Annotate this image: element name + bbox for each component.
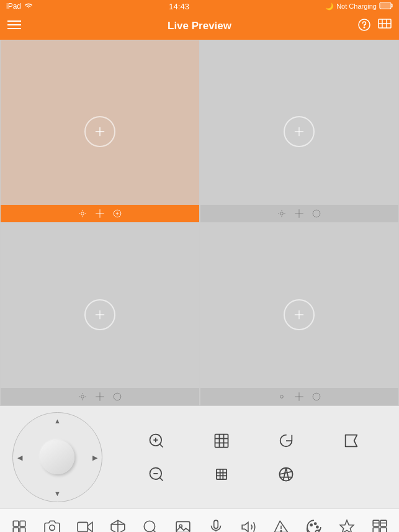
flag-ctrl-button[interactable]	[338, 427, 365, 454]
controls-area: ▲ ▼ ◀ ▶	[0, 406, 399, 508]
svg-point-40	[313, 393, 320, 400]
icon-buttons	[115, 421, 387, 494]
svg-rect-89	[373, 528, 379, 532]
joystick-knob[interactable]	[40, 440, 74, 474]
toolbar-video[interactable]	[69, 513, 101, 533]
svg-point-36	[114, 393, 121, 400]
camera-cell-3[interactable]	[0, 223, 200, 406]
toolbar-star[interactable]	[331, 513, 363, 533]
cell-toolbar-1	[1, 205, 199, 222]
battery-icon	[379, 2, 393, 11]
flag-button[interactable]	[378, 19, 392, 34]
status-left: iPad	[6, 2, 33, 11]
toolbar-image[interactable]	[167, 513, 199, 533]
moon-icon: 🌙	[325, 2, 334, 11]
status-right: 🌙 Not Charging	[325, 2, 393, 11]
svg-point-68	[50, 525, 55, 530]
svg-rect-77	[214, 520, 218, 528]
toolbar-grid-view[interactable]	[3, 513, 35, 533]
joystick-up-arrow: ▲	[54, 417, 61, 425]
menu-button[interactable]	[7, 20, 21, 32]
battery-status: Not Charging	[336, 2, 377, 10]
add-camera-1[interactable]	[84, 116, 115, 147]
zoom-in-button[interactable]	[143, 427, 170, 454]
add-camera-3[interactable]	[84, 299, 115, 330]
svg-rect-75	[176, 521, 190, 532]
svg-point-84	[315, 522, 316, 524]
fit-screen-button[interactable]	[208, 427, 235, 454]
nav-title: Live Preview	[168, 12, 231, 40]
svg-point-31	[81, 395, 84, 399]
camera-cell-4[interactable]	[200, 223, 400, 406]
toolbar-camera[interactable]	[36, 513, 68, 533]
svg-rect-64	[14, 521, 19, 526]
svg-marker-80	[242, 522, 248, 531]
cell-toolbar-3	[1, 388, 199, 405]
add-camera-2[interactable]	[284, 116, 315, 147]
svg-rect-45	[215, 434, 228, 447]
nav-left	[7, 20, 21, 32]
svg-line-61	[280, 471, 293, 474]
empty-button	[338, 461, 365, 488]
zoom-out-button[interactable]	[143, 461, 170, 488]
joystick-left-arrow: ◀	[17, 453, 22, 461]
bottom-panel: ▲ ▼ ◀ ▶	[0, 406, 399, 532]
joystick-down-arrow: ▼	[54, 490, 61, 497]
toolbar-grid2[interactable]	[364, 513, 396, 533]
toolbar-3d[interactable]	[102, 513, 134, 533]
camera-cell-2[interactable]	[200, 40, 400, 223]
fit-small-button[interactable]	[208, 461, 235, 488]
joystick-outer: ▲ ▼ ◀ ▶	[12, 412, 102, 502]
camera-cell-1[interactable]	[0, 40, 200, 223]
toolbar-speaker[interactable]	[233, 513, 265, 533]
camera-grid	[0, 40, 399, 406]
aperture-button[interactable]	[272, 461, 300, 488]
svg-rect-69	[78, 522, 87, 531]
help-button[interactable]	[358, 19, 370, 34]
svg-line-44	[160, 444, 163, 447]
toolbar-search[interactable]	[134, 513, 166, 533]
nav-right	[358, 19, 392, 34]
svg-rect-54	[217, 469, 226, 479]
device-name: iPad	[6, 2, 21, 11]
joystick-right-arrow: ▶	[92, 453, 97, 461]
svg-point-6	[364, 27, 365, 28]
svg-point-85	[316, 526, 318, 528]
svg-rect-65	[20, 521, 25, 526]
cell-toolbar-2	[200, 205, 399, 222]
wifi-icon	[24, 2, 33, 11]
nav-bar: Live Preview	[0, 12, 399, 40]
svg-rect-66	[14, 528, 19, 532]
svg-point-39	[280, 395, 284, 399]
svg-line-53	[160, 477, 163, 480]
svg-marker-70	[87, 522, 92, 531]
svg-point-13	[81, 212, 84, 215]
status-bar: iPad 14:43 🌙 Not Charging	[0, 0, 399, 12]
add-camera-4[interactable]	[284, 299, 315, 330]
svg-point-82	[281, 530, 282, 531]
status-time: 14:43	[169, 2, 189, 11]
svg-point-28	[313, 210, 320, 217]
cell-toolbar-4	[200, 388, 399, 405]
svg-point-83	[310, 524, 312, 526]
svg-line-74	[153, 530, 157, 532]
svg-point-23	[280, 212, 284, 215]
rotate-button[interactable]	[272, 427, 300, 454]
svg-marker-86	[340, 520, 354, 532]
svg-line-63	[286, 467, 289, 480]
svg-rect-90	[380, 528, 387, 532]
toolbar-mic[interactable]	[200, 513, 232, 533]
svg-rect-67	[20, 528, 25, 532]
svg-line-60	[284, 467, 287, 480]
bottom-toolbar	[0, 508, 399, 532]
joystick[interactable]: ▲ ▼ ◀ ▶	[12, 412, 102, 502]
svg-rect-1	[381, 4, 390, 8]
toolbar-warning[interactable]	[265, 513, 297, 533]
toolbar-palette[interactable]	[298, 513, 330, 533]
